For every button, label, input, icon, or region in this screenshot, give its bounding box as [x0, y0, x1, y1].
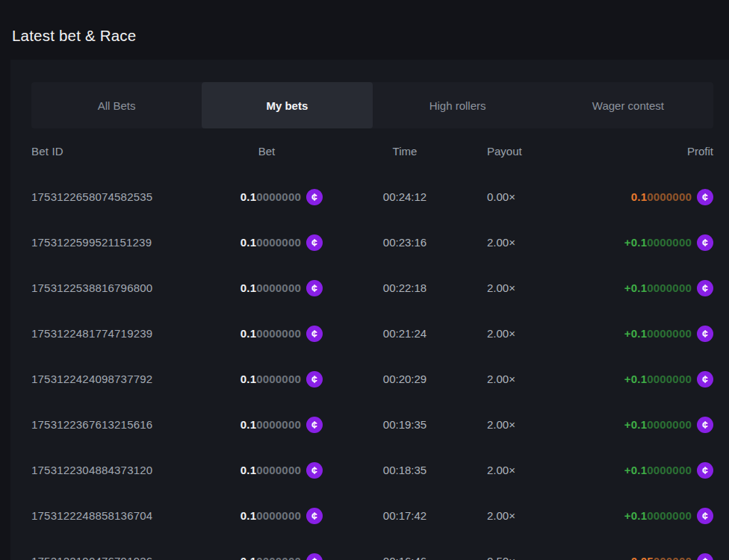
bet-profit: +0.10000000¢	[592, 508, 713, 524]
table-row[interactable]: 17531223048843731200.10000000¢00:18:352.…	[31, 447, 713, 493]
coin-icon: ¢	[697, 508, 713, 524]
coin-icon: ¢	[306, 553, 323, 560]
bet-id: 1753122481774719239	[31, 327, 211, 340]
bet-profit: +0.10000000¢	[592, 280, 713, 296]
bet-id: 1753122424098737792	[31, 373, 211, 385]
bet-payout: 2.00×	[487, 327, 592, 340]
bet-payout: 0.00×	[487, 190, 592, 203]
bet-time: 00:17:42	[323, 509, 487, 522]
bet-amount: 0.10000000¢	[211, 553, 323, 560]
column-header-time: Time	[323, 145, 487, 158]
coin-icon: ¢	[697, 417, 713, 433]
bet-profit: +0.10000000¢	[592, 417, 713, 433]
coin-icon: ¢	[306, 280, 323, 296]
bet-payout: 2.00×	[487, 418, 592, 431]
bet-amount: 0.10000000¢	[211, 417, 323, 433]
table-row[interactable]: 17531224240987377920.10000000¢00:20:292.…	[31, 356, 713, 402]
bet-payout: 0.50×	[487, 555, 592, 560]
bet-payout: 2.00×	[487, 236, 592, 249]
table-row[interactable]: 17531223676132156160.10000000¢00:19:352.…	[31, 402, 713, 447]
column-header-payout: Payout	[487, 145, 592, 158]
latest-bet-panel: All BetsMy betsHigh rollersWager contest…	[10, 60, 729, 560]
bet-time: 00:21:24	[323, 327, 487, 340]
bet-profit: 0.05000000¢	[592, 553, 713, 560]
coin-icon: ¢	[697, 371, 713, 388]
bet-id: 1753122367613215616	[31, 418, 211, 431]
bet-amount: 0.10000000¢	[211, 234, 323, 251]
bet-profit: +0.10000000¢	[592, 326, 713, 342]
column-header-profit: Profit	[592, 145, 713, 158]
coin-icon: ¢	[697, 234, 713, 251]
bets-table: Bet ID Bet Time Payout Profit 1753122658…	[10, 136, 729, 560]
bet-time: 00:19:35	[323, 418, 487, 431]
bet-time: 00:24:12	[323, 190, 487, 203]
bet-payout: 2.00×	[487, 509, 592, 522]
table-row[interactable]: 17531225388167968000.10000000¢00:22:182.…	[31, 265, 713, 311]
bet-time: 00:22:18	[323, 281, 487, 294]
bet-time: 00:20:29	[323, 373, 487, 385]
coin-icon: ¢	[306, 462, 323, 479]
bet-id: 1753122538816796800	[31, 281, 211, 294]
table-row[interactable]: 17531221904767919360.10000000¢00:16:460.…	[31, 538, 713, 560]
coin-icon: ¢	[697, 462, 713, 479]
bet-amount: 0.10000000¢	[211, 189, 323, 205]
page-title: Latest bet & Race	[12, 27, 136, 45]
bet-time: 00:16:46	[323, 555, 487, 560]
tab-wager-contest[interactable]: Wager contest	[543, 82, 713, 128]
bet-id: 1753122599521151239	[31, 236, 211, 249]
bet-amount: 0.10000000¢	[211, 326, 323, 342]
table-row[interactable]: 17531225995211512390.10000000¢00:23:162.…	[31, 220, 713, 265]
bet-payout: 2.00×	[487, 464, 592, 476]
coin-icon: ¢	[697, 189, 713, 205]
coin-icon: ¢	[306, 326, 323, 342]
table-row[interactable]: 17531222488581367040.10000000¢00:17:422.…	[31, 493, 713, 538]
coin-icon: ¢	[306, 234, 323, 251]
column-header-bet: Bet	[211, 145, 323, 158]
tab-bar: All BetsMy betsHigh rollersWager contest	[31, 82, 713, 128]
tab-all-bets[interactable]: All Bets	[31, 82, 202, 128]
bet-profit: +0.10000000¢	[592, 234, 713, 251]
bet-amount: 0.10000000¢	[211, 462, 323, 479]
column-header-bet-id: Bet ID	[31, 145, 211, 158]
bet-payout: 2.00×	[487, 373, 592, 385]
bet-id: 1753122190476791936	[31, 555, 211, 560]
bet-profit: +0.10000000¢	[592, 462, 713, 479]
bet-id: 1753122304884373120	[31, 464, 211, 476]
coin-icon: ¢	[306, 417, 323, 433]
table-row[interactable]: 17531224817747192390.10000000¢00:21:242.…	[31, 311, 713, 356]
bet-payout: 2.00×	[487, 281, 592, 294]
bet-profit: 0.10000000¢	[592, 189, 713, 205]
tab-high-rollers[interactable]: High rollers	[373, 82, 543, 128]
bet-time: 00:23:16	[323, 236, 487, 249]
coin-icon: ¢	[697, 280, 713, 296]
coin-icon: ¢	[306, 371, 323, 388]
coin-icon: ¢	[306, 508, 323, 524]
bet-amount: 0.10000000¢	[211, 371, 323, 388]
table-header-row: Bet ID Bet Time Payout Profit	[31, 136, 713, 166]
bet-id: 1753122658074582535	[31, 190, 211, 203]
coin-icon: ¢	[697, 326, 713, 342]
tab-my-bets[interactable]: My bets	[202, 82, 372, 128]
bets-table-body: 17531226580745825350.10000000¢00:24:120.…	[31, 174, 713, 560]
bet-profit: +0.10000000¢	[592, 371, 713, 388]
bet-id: 1753122248858136704	[31, 509, 211, 522]
table-row[interactable]: 17531226580745825350.10000000¢00:24:120.…	[31, 174, 713, 220]
coin-icon: ¢	[697, 553, 713, 560]
bet-amount: 0.10000000¢	[211, 508, 323, 524]
bet-time: 00:18:35	[323, 464, 487, 476]
bet-amount: 0.10000000¢	[211, 280, 323, 296]
coin-icon: ¢	[306, 189, 323, 205]
